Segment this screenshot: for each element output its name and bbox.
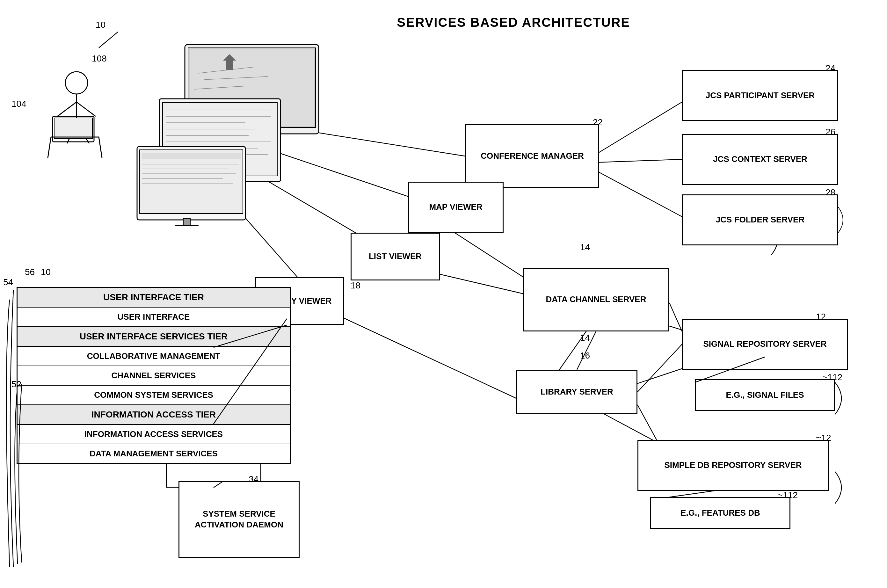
map-viewer-box: MAP VIEWER [408,182,504,232]
svg-line-59 [638,344,682,392]
features-db-box: E.G., FEATURES DB [650,497,791,529]
library-server-box: LIBRARY SERVER [516,370,638,414]
architecture-stack: USER INTERFACE TIER USER INTERFACE USER … [17,287,291,464]
svg-line-5 [593,159,682,162]
screen-group [134,41,332,226]
ref-14-bottom: 14 [580,333,590,343]
ref-26: 26 [825,127,835,137]
list-viewer-box: LIST VIEWER [351,232,440,280]
svg-point-16 [65,72,88,94]
conference-manager-box: CONFERENCE MANAGER [465,124,599,188]
diagram-container: SERVICES BASED ARCHITECTURE 10 104 108 [0,0,887,588]
ref-24: 24 [825,63,835,73]
svg-line-4 [593,102,682,156]
system-service-daemon-box: SYSTEM SERVICE ACTIVATION DAEMON [179,481,300,558]
ref-104: 104 [12,99,27,109]
signal-files-box: E.G., SIGNAL FILES [695,379,835,411]
person-figure [19,64,128,166]
svg-rect-50 [142,153,241,159]
stack-common-row: COMMON SYSTEM SERVICES [18,386,290,405]
ref-10: 10 [41,267,51,277]
signal-repo-server-box: SIGNAL REPOSITORY SERVER [682,319,848,370]
ref-56: 56 [25,267,35,277]
ref-18-list: 18 [351,280,360,291]
stack-info-tier-header: INFORMATION ACCESS TIER [18,405,290,425]
ref-12-signal: 12 [816,312,826,322]
stack-ui-row: USER INTERFACE [18,308,290,327]
ref-10-top: 10 [96,20,105,30]
svg-line-61 [669,303,682,332]
svg-line-13 [332,312,516,398]
ref-12-db: ~12 [816,433,831,443]
svg-line-60 [638,405,657,440]
svg-rect-56 [183,218,190,226]
stack-services-tier-header: USER INTERFACE SERVICES TIER [18,327,290,347]
data-channel-server-box: DATA CHANNEL SERVER [523,268,669,332]
svg-line-26 [99,137,102,158]
simple-db-server-box: SIMPLE DB REPOSITORY SERVER [638,440,828,491]
svg-rect-23 [54,118,92,139]
ref-52: 52 [12,379,21,390]
svg-line-63 [669,491,714,497]
jcs-participant-server-box: JCS PARTICIPANT SERVER [682,70,838,121]
svg-line-67 [99,32,118,48]
jcs-folder-server-box: JCS FOLDER SERVER [682,194,838,245]
ref-34: 34 [249,474,258,484]
svg-line-6 [593,169,682,217]
stack-collab-row: COLLABORATIVE MANAGEMENT [18,347,290,366]
stack-info-services-row: INFORMATION ACCESS SERVICES [18,425,290,444]
stack-channel-row: CHANNEL SERVICES [18,366,290,386]
ref-28: 28 [825,188,835,198]
ref-14-top: 14 [580,242,590,252]
svg-rect-57 [175,226,199,226]
svg-line-25 [48,137,51,158]
svg-line-18 [57,102,77,116]
jcs-context-server-box: JCS CONTEXT SERVER [682,134,838,185]
page-title: SERVICES BASED ARCHITECTURE [397,15,630,30]
stack-ui-tier-header: USER INTERFACE TIER [18,288,290,308]
ref-16: 16 [580,351,590,361]
ref-112-signal: ~112 [822,372,842,382]
stack-data-mgmt-row: DATA MANAGEMENT SERVICES [18,444,290,463]
ref-22: 22 [593,117,603,128]
ref-108: 108 [92,54,107,64]
ref-54: 54 [3,277,13,288]
svg-line-19 [77,102,96,116]
ref-112-features: ~112 [778,490,798,500]
